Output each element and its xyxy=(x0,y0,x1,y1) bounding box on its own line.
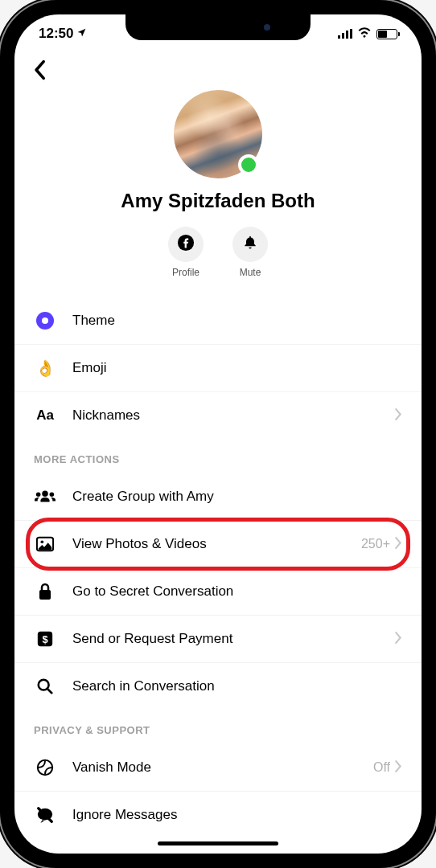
chevron-right-icon xyxy=(395,408,402,424)
create-group-label: Create Group with Amy xyxy=(72,489,402,505)
profile-name: Amy Spitzfaden Both xyxy=(14,190,422,212)
vanish-mode-label: Vanish Mode xyxy=(72,760,373,776)
ignore-messages-label: Ignore Messages xyxy=(72,807,402,823)
svg-rect-6 xyxy=(39,590,51,600)
profile-button[interactable]: Profile xyxy=(168,227,204,278)
nicknames-label: Nicknames xyxy=(72,407,395,424)
home-indicator[interactable] xyxy=(158,841,278,845)
lock-icon xyxy=(34,580,56,603)
profile-button-label: Profile xyxy=(172,267,199,278)
chevron-right-icon xyxy=(395,632,402,647)
bell-icon xyxy=(242,234,258,255)
group-icon xyxy=(34,485,56,508)
theme-icon xyxy=(34,309,56,332)
photos-count: 250+ xyxy=(361,537,390,551)
svg-point-3 xyxy=(50,492,55,497)
vanish-mode-value: Off xyxy=(373,760,390,775)
secret-conversation-row[interactable]: Go to Secret Conversation xyxy=(14,568,422,616)
back-button[interactable] xyxy=(14,53,422,87)
theme-row[interactable]: Theme xyxy=(14,297,422,345)
cellular-signal-icon xyxy=(338,29,352,39)
emoji-icon: 👌 xyxy=(34,357,56,379)
mute-button-label: Mute xyxy=(240,267,261,278)
secret-conversation-label: Go to Secret Conversation xyxy=(72,583,402,600)
ignore-icon xyxy=(34,804,56,826)
online-status-dot xyxy=(238,154,259,175)
facebook-icon xyxy=(177,234,195,255)
mute-button[interactable]: Mute xyxy=(232,227,268,278)
svg-point-2 xyxy=(36,492,41,497)
create-group-row[interactable]: Create Group with Amy xyxy=(14,473,422,521)
emoji-row[interactable]: 👌 Emoji xyxy=(14,345,422,392)
search-icon xyxy=(34,675,56,698)
payment-icon: $ xyxy=(34,628,56,650)
chevron-right-icon xyxy=(395,760,402,776)
location-icon xyxy=(76,27,87,40)
more-actions-header: MORE ACTIONS xyxy=(14,439,422,473)
view-photos-label: View Photos & Videos xyxy=(72,536,361,552)
text-icon: Aa xyxy=(34,404,56,427)
photos-icon xyxy=(34,533,56,555)
svg-text:$: $ xyxy=(42,633,47,645)
vanish-mode-row[interactable]: Vanish Mode Off xyxy=(14,744,422,792)
search-label: Search in Conversation xyxy=(72,678,402,694)
view-photos-row[interactable]: View Photos & Videos 250+ xyxy=(14,521,422,568)
svg-point-5 xyxy=(41,540,44,543)
chevron-right-icon xyxy=(395,537,402,552)
avatar[interactable] xyxy=(174,90,262,178)
privacy-support-header: PRIVACY & SUPPORT xyxy=(14,710,422,744)
nicknames-row[interactable]: Aa Nicknames xyxy=(14,392,422,439)
wifi-icon xyxy=(357,26,372,42)
svg-line-10 xyxy=(47,689,52,694)
payment-row[interactable]: $ Send or Request Payment xyxy=(14,616,422,663)
search-row[interactable]: Search in Conversation xyxy=(14,663,422,710)
emoji-label: Emoji xyxy=(72,360,402,376)
ignore-messages-row[interactable]: Ignore Messages xyxy=(14,792,422,838)
theme-label: Theme xyxy=(72,313,402,329)
svg-point-1 xyxy=(42,491,47,497)
status-time: 12:50 xyxy=(39,26,73,42)
payment-label: Send or Request Payment xyxy=(72,631,395,647)
vanish-icon xyxy=(34,756,56,779)
battery-icon xyxy=(376,29,397,39)
